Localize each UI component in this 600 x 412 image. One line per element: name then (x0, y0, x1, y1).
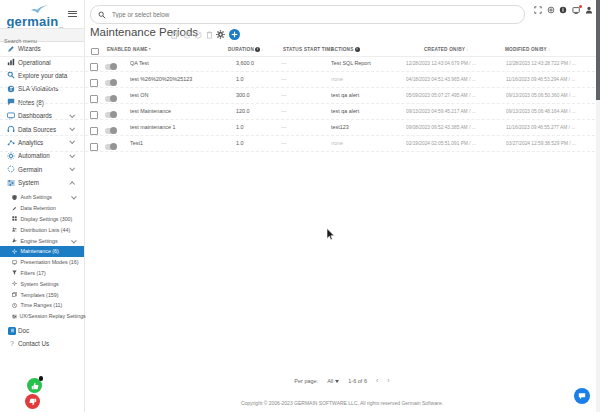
cell-created-on-by: 05/09/2023 05:07:27.495 AM / ... (406, 88, 504, 103)
table-row[interactable]: test ON 300.0 — test qa alert 05/09/2023… (0, 88, 600, 104)
sidebar-subitem-presentation-modes[interactable]: Presentation Modes (16) (0, 257, 84, 268)
sliders-icon (7, 179, 16, 187)
row-checkbox[interactable] (90, 143, 98, 151)
grid-icon (12, 216, 18, 221)
sidebar-subitem-auth-settings[interactable]: Auth Settings (0, 192, 84, 203)
cell-modified-on-by: 09/13/2023 05:06:50.360 AM / ... (506, 88, 596, 103)
menu-icon[interactable] (68, 9, 77, 18)
per-page-label: Per page: (294, 378, 318, 384)
cell-actions: test qa alert (331, 88, 403, 103)
target-icon[interactable] (547, 6, 555, 14)
pencil-icon (12, 206, 18, 211)
enabled-toggle-wrap (105, 72, 123, 87)
sidebar-subitem-filters[interactable]: Filters (17) (0, 268, 84, 279)
enabled-toggle[interactable] (105, 144, 117, 150)
wrench-icon (12, 238, 18, 243)
scrollbar-thumb[interactable] (596, 0, 600, 100)
add-button[interactable] (229, 29, 240, 40)
sidebar-subitem-display-settings[interactable]: Display Settings (300) (0, 214, 84, 225)
row-checkbox[interactable] (90, 79, 98, 87)
global-search-input[interactable] (110, 10, 494, 19)
sidebar-subitem-distribution-lists[interactable]: Distribution Lists (44) (0, 224, 84, 235)
sidebar-subitem-data-retention[interactable]: Data Retention (0, 203, 84, 214)
cell-created-on-by: 09/13/2023 04:59:45.217 AM / ... (406, 104, 504, 119)
enabled-toggle-wrap (105, 120, 123, 135)
row-checkbox[interactable] (90, 95, 98, 103)
row-checkbox[interactable] (90, 111, 98, 119)
info-icon[interactable] (559, 6, 567, 14)
enabled-toggle[interactable] (105, 96, 117, 102)
table-row[interactable]: test Maintenance 120.0 — test qa alert 0… (0, 104, 600, 120)
row-checkbox-wrap (90, 120, 102, 135)
sidebar-item-contact-us[interactable]: Contact Us (0, 337, 84, 350)
sidebar-item-germain[interactable]: Germain (0, 163, 84, 176)
alerts-icon[interactable] (572, 6, 581, 14)
table-row[interactable]: test maintenance 1 1.0 — test123 09/08/2… (0, 120, 600, 136)
chevron-down-icon (69, 152, 75, 158)
scrollbar[interactable] (596, 0, 600, 412)
header-duration[interactable]: DURATION↕ (228, 43, 263, 56)
fullscreen-icon[interactable] (534, 6, 542, 14)
chevron-down-icon (71, 194, 76, 199)
info-badge-icon[interactable] (255, 47, 260, 52)
row-checkbox-wrap (90, 88, 102, 103)
cell-name: Test1 (130, 136, 232, 151)
info-badge-icon[interactable] (355, 47, 360, 52)
cell-modified-on-by: 11/16/2023 09:46:55.277 AM / ... (506, 120, 596, 135)
enabled-toggle[interactable] (105, 64, 117, 70)
sidebar-subitem-ux-session-replay-settings[interactable]: UX/Session Replay Settings (0, 311, 84, 322)
system-subnav: Auth Settings Data Retention Display Set… (0, 192, 84, 322)
row-checkbox[interactable] (90, 127, 98, 135)
table-row[interactable]: QA Test 3,600.0 — Test SQL Report 12/28/… (0, 56, 600, 72)
row-checkbox[interactable] (90, 63, 98, 71)
header-actions[interactable]: ACTIONS (331, 43, 360, 56)
cell-duration: 1.0 (236, 120, 280, 135)
germain-logo[interactable]: germainux (0, 3, 70, 21)
prev-page-button[interactable]: ‹ (376, 377, 378, 384)
header-enabled[interactable]: ENABLED↕ (107, 43, 135, 56)
feedback-negative-button[interactable] (25, 394, 40, 409)
page-range: 1-6 of 6 (348, 378, 367, 384)
settings-gear-icon[interactable] (216, 30, 225, 39)
feedback-positive-button[interactable] (27, 378, 42, 393)
header-name[interactable]: NAME↑ (133, 43, 151, 56)
disable-block-circle-icon[interactable] (194, 31, 202, 39)
enabled-toggle[interactable] (105, 80, 117, 86)
enabled-toggle[interactable] (105, 128, 117, 134)
header-created[interactable]: CREATED ON/BY↕ (424, 43, 469, 56)
select-all-checkbox[interactable] (91, 48, 99, 56)
header-status[interactable]: STATUS↕ (283, 43, 306, 56)
cell-duration: 1.0 (236, 136, 280, 151)
search-icon (98, 11, 106, 19)
chevron-down-icon (335, 380, 339, 383)
cell-modified-on-by: 11/16/2023 09:46:53.294 AM / ... (506, 72, 596, 87)
sidebar-item-doc[interactable]: Doc (0, 324, 84, 337)
user-icon[interactable] (585, 6, 593, 14)
monitor-icon (12, 260, 18, 265)
duplicate-icon[interactable] (171, 31, 179, 39)
cell-created-on-by: 09/08/2023 09:52:43.385 AM / ... (406, 120, 504, 135)
sidebar-subitem-maintenance[interactable]: Maintenance (6) (0, 246, 84, 257)
mouse-cursor (326, 228, 335, 241)
sidebar-subitem-templates[interactable]: Templates (159) (0, 289, 84, 300)
next-page-button[interactable]: › (387, 377, 389, 384)
users-icon (12, 227, 18, 232)
sidebar-subitem-time-ranges[interactable]: Time Ranges (11) (0, 300, 84, 311)
sidebar-item-system[interactable]: System (0, 176, 84, 189)
enable-check-circle-icon[interactable] (183, 31, 191, 39)
pagination: Per page: All 1-6 of 6 ‹ › (84, 377, 600, 384)
gear-icon (7, 152, 16, 160)
sidebar-subitem-system-settings[interactable]: System Settings (0, 278, 84, 289)
sidebar-subitem-engine-settings[interactable]: Engine Settings (0, 235, 84, 246)
table-row[interactable]: Test1 1.0 — none 02/19/2024 02:05:51.091… (0, 136, 600, 152)
topbar-icons (534, 6, 593, 14)
cell-name: test Maintenance (130, 104, 232, 119)
enabled-toggle[interactable] (105, 112, 117, 118)
table-row[interactable]: test %26%20%20%25123 1.0 — none 04/18/20… (0, 72, 600, 88)
header-modified[interactable]: MODIFIED ON/BY↕ (505, 43, 550, 56)
per-page-select[interactable]: All (327, 378, 339, 384)
delete-trash-icon[interactable] (206, 31, 213, 39)
cell-modified-on-by: 09/13/2023 05:06:48.164 AM / ... (506, 104, 596, 119)
cell-status: — (281, 136, 301, 151)
book-icon (8, 327, 16, 335)
